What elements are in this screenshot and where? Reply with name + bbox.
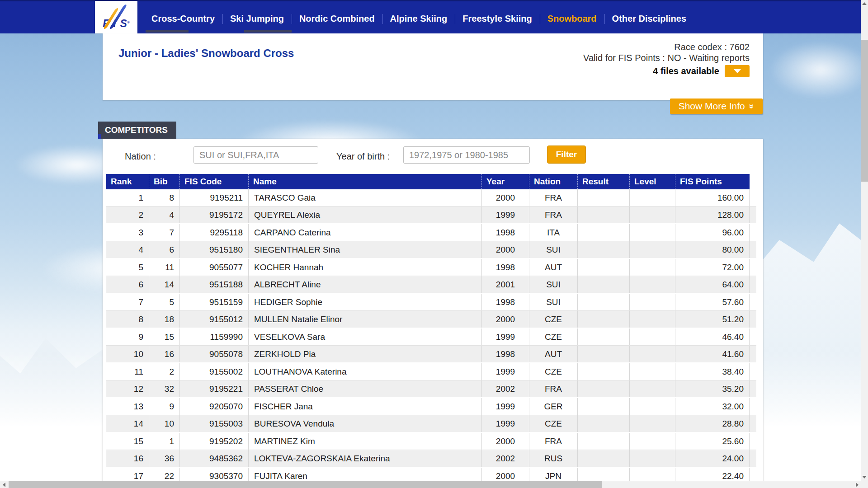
nav-item-other-disciplines[interactable]: Other Disciplines <box>604 14 694 24</box>
fis-points-cell: 46.40 <box>675 328 750 346</box>
race-title: Junior - Ladies' Snowboard Cross <box>118 47 294 60</box>
table-row[interactable]: 1399205070FISCHER Jana1999GER32.00 <box>106 398 756 415</box>
fis-code-cell: 9055078 <box>180 346 249 363</box>
rank-cell: 14 <box>106 415 149 433</box>
level-cell <box>630 346 675 363</box>
vertical-scrollbar-thumb[interactable] <box>861 40 868 182</box>
fis-code-cell: 9515159 <box>180 293 249 311</box>
year-cell: 2002 <box>482 450 529 468</box>
rank-cell: 1 <box>106 189 149 206</box>
scroll-left-arrow[interactable] <box>0 481 8 488</box>
athlete-name-cell[interactable]: QUEYREL Alexia <box>249 206 482 224</box>
spacer-cell <box>750 380 756 398</box>
files-dropdown-button[interactable] <box>725 65 750 77</box>
nav-item-snowboard[interactable]: Snowboard <box>540 14 604 24</box>
athlete-name-cell[interactable]: LOUTHANOVA Katerina <box>249 363 482 380</box>
athlete-name-cell[interactable]: ZERKHOLD Pia <box>249 346 482 363</box>
spacer-cell <box>750 415 756 433</box>
nav-item-alpine-skiing[interactable]: Alpine Skiing <box>382 14 455 24</box>
column-header-rank: Rank <box>106 174 149 189</box>
fis-points-cell: 57.60 <box>675 293 750 311</box>
rank-cell: 3 <box>106 224 149 241</box>
table-row[interactable]: 8189155012MULLEN Natalie Elinor2000CZE51… <box>106 311 756 328</box>
bib-cell: 10 <box>149 415 180 433</box>
table-row[interactable]: 14109155003BURESOVA Vendula1999CZE28.80 <box>106 415 756 433</box>
fis-code-cell: 9195172 <box>180 206 249 224</box>
result-cell <box>578 206 630 224</box>
spacer-cell <box>750 363 756 380</box>
vertical-scrollbar[interactable] <box>861 0 868 481</box>
column-header-bib: Bib <box>149 174 180 189</box>
athlete-name-cell[interactable]: PASSERAT Chloe <box>249 380 482 398</box>
arrow-down-icon <box>862 476 867 479</box>
fis-points-cell: 72.00 <box>675 258 750 276</box>
athlete-name-cell[interactable]: ALBRECHT Aline <box>249 276 482 294</box>
nation-cell: CZE <box>529 311 578 328</box>
athlete-name-cell[interactable]: KOCHER Hannah <box>249 258 482 276</box>
table-row[interactable]: 1129155002LOUTHANOVA Katerina1999CZE38.4… <box>106 363 756 380</box>
scroll-right-arrow[interactable] <box>853 481 861 488</box>
athlete-name-cell[interactable]: MARTINEZ Kim <box>249 432 482 450</box>
athlete-name-cell[interactable]: HEDIGER Sophie <box>249 293 482 311</box>
nav-item-freestyle-skiing[interactable]: Freestyle Skiing <box>455 14 539 24</box>
level-cell <box>630 276 675 294</box>
table-row[interactable]: 469515180SIEGENTHALER Sina2000SUI80.00 <box>106 241 756 259</box>
athlete-name-cell[interactable]: BURESOVA Vendula <box>249 415 482 433</box>
nav-item-ski-jumping[interactable]: Ski Jumping <box>222 14 292 24</box>
athlete-name-cell[interactable]: FISCHER Jana <box>249 398 482 415</box>
cloud <box>769 41 868 99</box>
table-row[interactable]: 10169055078ZERKHOLD Pia1998AUT41.60 <box>106 346 756 363</box>
year-cell: 2000 <box>482 311 529 328</box>
rank-cell: 7 <box>106 293 149 311</box>
horizontal-scrollbar[interactable] <box>0 481 861 488</box>
year-cell: 2000 <box>482 189 529 206</box>
athlete-name-cell[interactable]: TARASCO Gaia <box>249 189 482 206</box>
athlete-name-cell[interactable]: CARPANO Caterina <box>249 224 482 241</box>
spacer-cell <box>750 311 756 328</box>
fis-code-cell: 9205070 <box>180 398 249 415</box>
fis-points-cell: 25.60 <box>675 432 750 450</box>
nation-input[interactable] <box>193 146 318 164</box>
year-cell: 1998 <box>482 224 529 241</box>
bib-cell: 18 <box>149 311 180 328</box>
athlete-name-cell[interactable]: MULLEN Natalie Elinor <box>249 311 482 328</box>
scroll-up-arrow[interactable] <box>861 0 868 7</box>
column-header-fis-points: FIS Points <box>675 174 750 189</box>
athlete-name-cell[interactable]: SIEGENTHALER Sina <box>249 241 482 259</box>
level-cell <box>630 363 675 380</box>
nav-item-nordic-combined[interactable]: Nordic Combined <box>292 14 382 24</box>
table-row[interactable]: 759515159HEDIGER Sophie1998SUI57.60 <box>106 293 756 311</box>
table-row[interactable]: 1519195202MARTINEZ Kim2000FRA25.60 <box>106 432 756 450</box>
athlete-name-cell[interactable]: VESELKOVA Sara <box>249 328 482 346</box>
arrow-right-icon <box>856 483 859 487</box>
files-available-label: 4 files available <box>653 66 719 76</box>
athlete-name-cell[interactable]: LOKTEVA-ZAGORSKAIA Ekaterina <box>249 450 482 468</box>
year-of-birth-input[interactable] <box>403 146 530 164</box>
result-cell <box>578 380 630 398</box>
spacer-cell <box>750 206 756 224</box>
year-cell: 1998 <box>482 346 529 363</box>
table-row[interactable]: 12329195221PASSERAT Chloe2002FRA35.20 <box>106 380 756 398</box>
fis-logo[interactable]: F I S ® <box>95 1 137 33</box>
result-cell <box>578 189 630 206</box>
result-cell <box>578 258 630 276</box>
nav-item-cross-country[interactable]: Cross-Country <box>144 14 222 24</box>
filter-button[interactable]: Filter <box>547 145 586 164</box>
rank-cell: 2 <box>106 206 149 224</box>
show-more-info-label: Show More Info <box>679 101 745 112</box>
fis-code-cell: 9155002 <box>180 363 249 380</box>
race-codex: Race codex : 7602 <box>583 42 750 52</box>
table-row[interactable]: 9151159990VESELKOVA Sara1999CZE46.40 <box>106 328 756 346</box>
table-row[interactable]: 16369485362LOKTEVA-ZAGORSKAIA Ekaterina2… <box>106 450 756 468</box>
level-cell <box>630 206 675 224</box>
table-row[interactable]: 6149515188ALBRECHT Aline2001SUI64.00 <box>106 276 756 294</box>
table-row[interactable]: 189195211TARASCO Gaia2000FRA160.00 <box>106 189 756 206</box>
table-row[interactable]: 379295118CARPANO Caterina1998ITA96.00 <box>106 224 756 241</box>
show-more-info-button[interactable]: Show More Info » <box>670 99 763 114</box>
horizontal-scrollbar-thumb[interactable] <box>9 481 602 488</box>
fis-points-cell: 28.80 <box>675 415 750 433</box>
scroll-down-arrow[interactable] <box>861 474 868 481</box>
table-row[interactable]: 5119055077KOCHER Hannah1998AUT72.00 <box>106 258 756 276</box>
result-cell <box>578 311 630 328</box>
table-row[interactable]: 249195172QUEYREL Alexia1999FRA128.00 <box>106 206 756 224</box>
